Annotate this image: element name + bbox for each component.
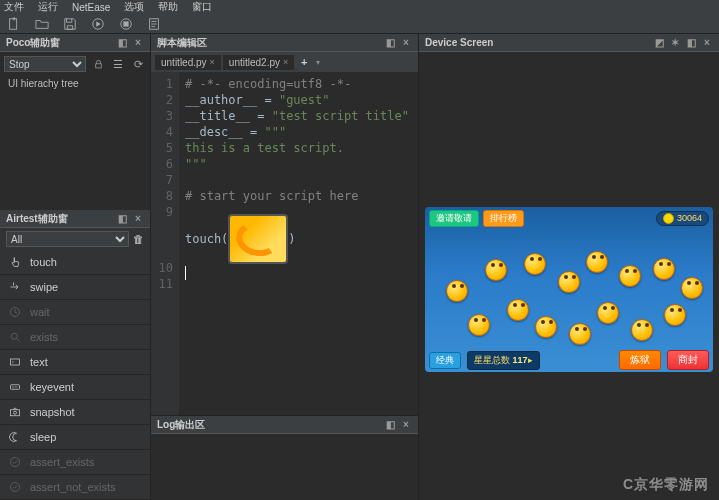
svg-rect-10	[11, 410, 20, 416]
trash-icon[interactable]: 🗑	[133, 233, 144, 245]
airtest-item-label: swipe	[30, 281, 58, 293]
assert-icon	[8, 480, 22, 494]
airtest-item-label: touch	[30, 256, 57, 268]
svg-rect-0	[10, 18, 17, 29]
log-title: Log输出区	[157, 418, 205, 432]
log-panel-header: Log输出区 ◧ ×	[151, 416, 418, 434]
keyevent-icon	[8, 380, 22, 394]
airtest-filter-select[interactable]: All	[6, 231, 129, 247]
menu-netease[interactable]: NetEase	[72, 2, 110, 13]
script-panel-header: 脚本编辑区 ◧ ×	[151, 34, 418, 52]
airtest-item-wait[interactable]: wait	[0, 300, 150, 325]
svg-point-13	[11, 483, 20, 492]
snapshot-icon	[8, 405, 22, 419]
wait-icon	[8, 305, 22, 319]
editor-tabs: untitled.py× untitled2.py× + ▾	[151, 52, 418, 72]
airtest-panel-body: All 🗑 touchswipewaitexiststextkeyeventsn…	[0, 228, 150, 500]
tab-untitled[interactable]: untitled.py×	[155, 55, 221, 70]
airtest-item-label: sleep	[30, 431, 56, 443]
poco-panel-header: Poco辅助窗 ◧ ×	[0, 34, 150, 52]
report-icon[interactable]	[146, 16, 162, 32]
device-screen-area[interactable]: 邀请敬请 排行榜 30064	[419, 52, 719, 500]
script-title: 脚本编辑区	[157, 36, 207, 50]
menu-help[interactable]: 帮助	[158, 0, 178, 14]
airtest-item-label: text	[30, 356, 48, 368]
menu-run[interactable]: 运行	[38, 0, 58, 14]
stop-icon[interactable]	[118, 16, 134, 32]
airtest-item-sleep[interactable]: sleep	[0, 425, 150, 450]
add-tab-button[interactable]: +	[296, 54, 312, 70]
log-output	[151, 434, 418, 500]
close-icon[interactable]: ×	[132, 37, 144, 49]
tab-untitled2[interactable]: untitled2.py×	[223, 55, 294, 70]
svg-rect-3	[123, 21, 128, 26]
settings-icon[interactable]: ✶	[669, 37, 681, 49]
airtest-item-assert_not_exists[interactable]: assert_not_exists	[0, 475, 150, 500]
close-icon[interactable]: ×	[400, 37, 412, 49]
ui-hierarchy-label: UI hierachy tree	[4, 76, 146, 91]
tree-icon[interactable]: ☰	[110, 56, 126, 72]
airtest-item-touch[interactable]: touch	[0, 250, 150, 275]
menubar: 文件 运行 NetEase 选项 帮助 窗口	[0, 0, 719, 14]
airtest-item-label: wait	[30, 306, 50, 318]
game-screen[interactable]: 邀请敬请 排行榜 30064	[425, 207, 713, 372]
airtest-panel-header: Airtest辅助窗 ◧ ×	[0, 210, 150, 228]
capture-icon[interactable]: ◩	[653, 37, 665, 49]
close-icon[interactable]: ×	[701, 37, 713, 49]
play-icon[interactable]	[90, 16, 106, 32]
open-icon[interactable]	[34, 16, 50, 32]
svg-rect-8	[11, 359, 20, 365]
lock-icon[interactable]	[90, 56, 106, 72]
game-mode-tag[interactable]: 经典	[429, 352, 461, 369]
close-icon[interactable]: ×	[283, 57, 288, 67]
poco-mode-select[interactable]: Stop	[4, 56, 86, 72]
undock-icon[interactable]: ◧	[685, 37, 697, 49]
code-editor[interactable]: 123456789 1011 # -*- encoding=utf8 -*- _…	[151, 72, 418, 415]
undock-icon[interactable]: ◧	[384, 37, 396, 49]
undock-icon[interactable]: ◧	[116, 37, 128, 49]
device-panel-header: Device Screen ◩ ✶ ◧ ×	[419, 34, 719, 52]
airtest-title: Airtest辅助窗	[6, 212, 68, 226]
device-title: Device Screen	[425, 37, 493, 48]
airtest-item-snapshot[interactable]: snapshot	[0, 400, 150, 425]
svg-point-7	[11, 333, 17, 339]
poco-title: Poco辅助窗	[6, 36, 60, 50]
menu-options[interactable]: 选项	[124, 0, 144, 14]
game-level-map[interactable]	[429, 229, 709, 350]
toolbar	[0, 14, 719, 34]
assert-icon	[8, 455, 22, 469]
game-hell-button[interactable]: 炼狱	[619, 350, 661, 370]
undock-icon[interactable]: ◧	[384, 419, 396, 431]
close-icon[interactable]: ×	[210, 57, 215, 67]
game-star-total: 星星总数 117▸	[467, 351, 540, 370]
close-icon[interactable]: ×	[132, 213, 144, 225]
game-invite-button[interactable]: 邀请敬请	[429, 210, 479, 227]
airtest-item-keyevent[interactable]: keyevent	[0, 375, 150, 400]
svg-rect-5	[95, 63, 101, 67]
airtest-item-swipe[interactable]: swipe	[0, 275, 150, 300]
close-icon[interactable]: ×	[400, 419, 412, 431]
undock-icon[interactable]: ◧	[116, 213, 128, 225]
airtest-item-label: assert_not_exists	[30, 481, 116, 493]
menu-window[interactable]: 窗口	[192, 0, 212, 14]
refresh-icon[interactable]: ⟳	[130, 56, 146, 72]
text-icon	[8, 355, 22, 369]
airtest-item-exists[interactable]: exists	[0, 325, 150, 350]
game-shop-button[interactable]: 商封	[667, 350, 709, 370]
poco-panel-body: Stop ☰ ⟳ UI hierachy tree	[0, 52, 150, 95]
airtest-item-assert_exists[interactable]: assert_exists	[0, 450, 150, 475]
game-rank-button[interactable]: 排行榜	[483, 210, 524, 227]
airtest-item-label: snapshot	[30, 406, 75, 418]
exists-icon	[8, 330, 22, 344]
line-gutter: 123456789 1011	[151, 72, 179, 415]
svg-point-11	[14, 411, 17, 414]
tab-menu-icon[interactable]: ▾	[316, 58, 320, 67]
airtest-item-label: keyevent	[30, 381, 74, 393]
menu-file[interactable]: 文件	[4, 0, 24, 14]
save-icon[interactable]	[62, 16, 78, 32]
sleep-icon	[8, 430, 22, 444]
new-file-icon[interactable]	[6, 16, 22, 32]
code-content[interactable]: # -*- encoding=utf8 -*- __author__ = "gu…	[179, 72, 418, 415]
airtest-item-text[interactable]: text	[0, 350, 150, 375]
airtest-item-label: assert_exists	[30, 456, 94, 468]
